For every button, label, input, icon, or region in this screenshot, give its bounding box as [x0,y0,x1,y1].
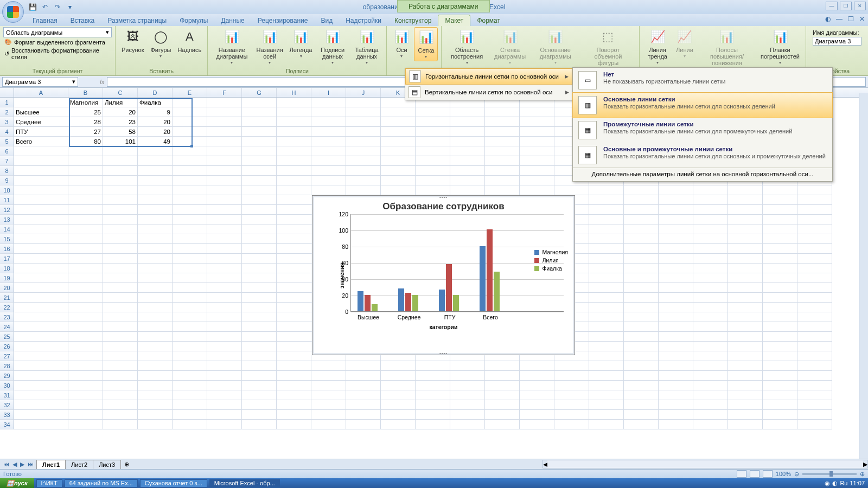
cell[interactable] [485,176,520,185]
cell[interactable] [138,195,173,205]
cell[interactable] [554,185,589,195]
cell[interactable] [797,264,832,273]
cell[interactable] [138,420,173,429]
cell[interactable] [346,420,381,429]
cell[interactable] [173,273,207,283]
cell[interactable] [763,195,797,205]
cell[interactable] [103,312,138,322]
cell[interactable] [14,410,68,420]
chart-handle-bottom[interactable]: •••• [439,351,448,356]
legend-item[interactable]: Магнолия [534,249,568,255]
cell[interactable] [103,205,138,215]
cell[interactable] [277,410,311,420]
cell[interactable] [68,381,103,390]
cell[interactable] [797,185,832,195]
chart-bar[interactable] [412,295,418,311]
cell[interactable] [450,410,485,420]
cell[interactable] [68,361,103,371]
cell[interactable] [450,185,485,195]
cell[interactable] [207,107,242,117]
cell[interactable] [693,410,728,420]
chart-bar[interactable] [365,295,371,311]
cell[interactable] [693,400,728,410]
cell[interactable] [797,244,832,254]
row-header[interactable]: 18 [0,264,14,273]
cell[interactable] [728,322,763,332]
cell[interactable] [173,264,207,273]
cell[interactable] [14,224,68,234]
cell[interactable] [693,264,728,273]
cell[interactable] [207,283,242,293]
cell[interactable] [450,420,485,429]
cell[interactable] [693,351,728,361]
cell[interactable] [277,185,311,195]
cell[interactable]: Высшее [14,107,68,117]
axis-titles-button[interactable]: 📊Названия осей [254,27,286,67]
cell[interactable] [207,273,242,283]
cell[interactable] [346,146,381,156]
cell[interactable] [14,371,68,381]
cell[interactable] [277,127,311,137]
cell[interactable] [68,244,103,254]
cell[interactable] [103,342,138,351]
cell[interactable] [242,390,277,400]
cell[interactable] [659,185,693,195]
cell[interactable] [311,390,346,400]
cell[interactable] [138,146,173,156]
cell[interactable] [381,371,416,381]
cell[interactable] [797,322,832,332]
cell[interactable] [693,205,728,215]
cell[interactable] [68,293,103,303]
row-header[interactable]: 14 [0,224,14,234]
cell[interactable] [693,332,728,342]
row-header[interactable]: 34 [0,420,14,429]
cell[interactable] [589,332,624,342]
cell[interactable] [763,342,797,351]
taskbar-item[interactable]: 64 заданий по MS Ex... [65,479,138,487]
cell[interactable] [797,371,832,381]
cell[interactable]: ПТУ [14,127,68,137]
cell[interactable] [728,185,763,195]
cell[interactable] [277,224,311,234]
cell[interactable] [346,137,381,146]
cell[interactable] [242,166,277,176]
cell[interactable] [14,156,68,166]
cell[interactable] [242,342,277,351]
cell[interactable] [624,381,659,390]
cell[interactable] [277,293,311,303]
cell[interactable]: 101 [103,137,138,146]
cell[interactable] [659,332,693,342]
cell[interactable] [589,254,624,264]
cell[interactable] [14,293,68,303]
cell[interactable] [138,264,173,273]
cell[interactable] [103,351,138,361]
cell[interactable] [624,293,659,303]
cell[interactable] [242,234,277,244]
cell[interactable] [242,293,277,303]
column-header[interactable]: J [346,88,381,97]
cell[interactable] [520,146,554,156]
cell[interactable] [277,244,311,254]
zoom-in-button[interactable]: ⊕ [860,471,865,478]
cell[interactable] [277,322,311,332]
cell[interactable] [520,390,554,400]
row-header[interactable]: 32 [0,400,14,410]
cell[interactable] [277,420,311,429]
tab-home[interactable]: Главная [26,15,64,26]
cell[interactable] [659,254,693,264]
cell[interactable] [173,195,207,205]
cell[interactable] [728,244,763,254]
row-header[interactable]: 17 [0,254,14,264]
cell[interactable]: Фиалка [138,98,173,107]
gridlines-both-item[interactable]: ▦ Основные и промежуточные линии сеткиПо… [573,143,832,168]
chart-bar[interactable] [398,288,404,311]
cell[interactable] [207,410,242,420]
cell[interactable] [485,107,520,117]
cell[interactable] [693,273,728,283]
column-header[interactable]: G [242,88,277,97]
cell[interactable] [68,410,103,420]
cell[interactable] [103,420,138,429]
column-header[interactable]: D [138,88,173,97]
horizontal-gridlines-item[interactable]: ▥ Горизонтальные линии сетки по основной… [405,68,572,85]
cell[interactable] [416,371,450,381]
